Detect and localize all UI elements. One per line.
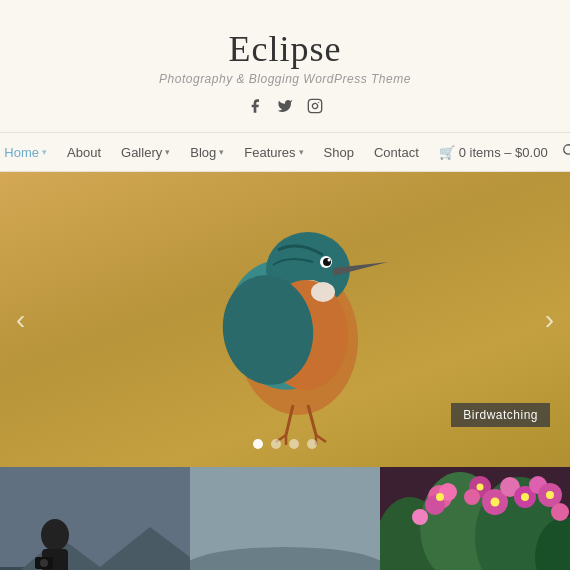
svg-point-61 [551,503,569,521]
svg-point-27 [40,559,48,567]
instagram-image [190,467,380,570]
slider-label: Birdwatching [451,403,550,427]
nav-item-features[interactable]: Features ▾ [234,145,313,160]
chevron-down-icon: ▾ [42,147,47,157]
slider-dot-1[interactable] [253,439,263,449]
twitter-icon[interactable] [277,98,293,118]
hero-bird-image [168,180,428,460]
prints-image [380,467,570,570]
svg-rect-0 [308,99,321,112]
slider-dot-4[interactable] [307,439,317,449]
site-header: Eclipse Photography & Blogging WordPress… [0,0,570,118]
svg-point-14 [311,282,335,302]
chevron-down-icon: ▾ [219,147,224,157]
search-icon[interactable] [562,143,570,161]
main-nav: Home ▾ About Gallery ▾ Blog ▾ Features ▾… [0,132,570,172]
slider-dots [253,439,317,449]
nav-item-gallery[interactable]: Gallery ▾ [111,145,180,160]
slider-dot-2[interactable] [271,439,281,449]
nav-item-home[interactable]: Home ▾ [0,145,57,160]
svg-point-60 [412,509,428,525]
slider-dot-3[interactable] [289,439,299,449]
nav-item-blog[interactable]: Blog ▾ [180,145,234,160]
svg-point-24 [41,519,69,551]
about-image [0,467,190,570]
svg-line-19 [316,435,326,442]
slider-prev-button[interactable]: ‹ [6,296,35,344]
facebook-icon[interactable] [247,98,263,118]
svg-point-2 [563,145,570,154]
social-icons [20,98,550,118]
grid-item-about[interactable]: About me [0,467,190,570]
nav-item-contact[interactable]: Contact [364,145,429,160]
hero-slider: ‹ › Birdwatching [0,172,570,467]
svg-point-66 [546,491,554,499]
svg-point-54 [464,489,480,505]
svg-point-62 [436,493,444,501]
bottom-grid: About me [0,467,570,570]
site-title: Eclipse [20,28,550,70]
slider-next-button[interactable]: › [535,296,564,344]
svg-point-65 [521,493,529,501]
svg-point-63 [477,484,484,491]
svg-point-12 [328,258,331,261]
chevron-down-icon: ▾ [165,147,170,157]
instagram-icon[interactable] [307,98,323,118]
nav-cart[interactable]: 🛒 0 items – $0.00 [429,145,558,160]
nav-item-shop[interactable]: Shop [314,145,364,160]
site-tagline: Photography & Blogging WordPress Theme [20,72,550,86]
svg-point-64 [491,498,500,507]
grid-item-prints[interactable]: Buy my Prints [380,467,570,570]
nav-item-about[interactable]: About [57,145,111,160]
grid-item-instagram[interactable]: Follow @Instagram [190,467,380,570]
cart-icon: 🛒 [439,145,455,160]
chevron-down-icon: ▾ [299,147,304,157]
